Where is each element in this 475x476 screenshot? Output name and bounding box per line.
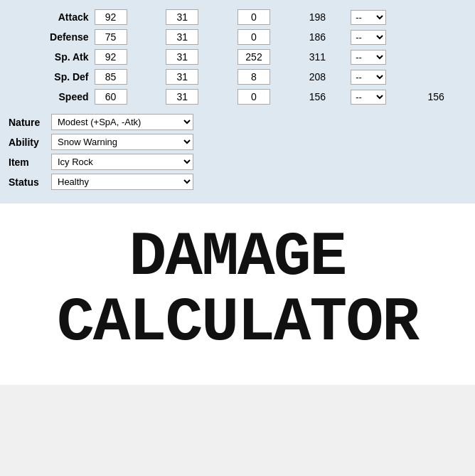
stat-label-attack: Attack	[9, 7, 92, 27]
ability-row: Ability Snow WarningSnow CloakSoundproof…	[9, 134, 466, 150]
ability-label: Ability	[9, 137, 51, 148]
stat-ev-input[interactable]	[238, 89, 270, 105]
stat-total: 311	[306, 47, 348, 67]
stat-row: Defense186--+-	[9, 27, 466, 47]
stat-label-sp--def: Sp. Def	[9, 67, 92, 87]
stat-ev-input[interactable]	[238, 29, 270, 45]
stat-base-input[interactable]	[95, 89, 127, 105]
nature-select[interactable]: HardyLonelyBraveAdamantNaughtyBoldDocile…	[51, 114, 193, 130]
status-label: Status	[9, 176, 51, 188]
stat-iv-input[interactable]	[166, 89, 198, 105]
stat-ev-input[interactable]	[238, 69, 270, 85]
attrs-section: Nature HardyLonelyBraveAdamantNaughtyBol…	[9, 114, 466, 190]
stat-ev-input[interactable]	[238, 9, 270, 25]
nature-row: Nature HardyLonelyBraveAdamantNaughtyBol…	[9, 114, 466, 130]
stat-base-input[interactable]	[95, 9, 127, 25]
stat-row: Sp. Def208--+-	[9, 67, 466, 87]
stat-iv-input[interactable]	[166, 69, 198, 85]
nature-label: Nature	[9, 117, 51, 128]
stat-ev-input[interactable]	[238, 49, 270, 65]
stat-base-input[interactable]	[95, 69, 127, 85]
stat-nature-mod-select[interactable]: --+-	[351, 10, 386, 25]
bottom-section: DAMAGE CALCULATOR	[0, 203, 475, 385]
ability-select[interactable]: Snow WarningSnow CloakSoundproofIce Body	[51, 134, 193, 150]
status-select[interactable]: HealthyBurnedParalyzedPoisonedBadly Pois…	[51, 174, 193, 190]
stat-base-input[interactable]	[95, 29, 127, 45]
stat-label-defense: Defense	[9, 27, 92, 47]
title-line2: CALCULATOR	[57, 290, 418, 356]
stat-nature-mod-select[interactable]: --+-	[351, 50, 386, 65]
stat-total: 208	[306, 67, 348, 87]
stat-nature-mod-select[interactable]: --+-	[351, 90, 386, 105]
stat-base-input[interactable]	[95, 49, 127, 65]
stat-total: 198	[306, 7, 348, 27]
stat-label-sp--atk: Sp. Atk	[9, 47, 92, 67]
stat-nature-mod-select[interactable]: --+-	[351, 70, 386, 85]
status-row: Status HealthyBurnedParalyzedPoisonedBad…	[9, 174, 466, 190]
stat-iv-input[interactable]	[166, 49, 198, 65]
stat-iv-input[interactable]	[166, 29, 198, 45]
stat-extra-value: 156	[425, 87, 466, 107]
stat-total: 156	[306, 87, 348, 107]
item-select[interactable]: NoneIcy RockChoice SpecsChoice ScarfLife…	[51, 154, 193, 170]
item-label: Item	[9, 157, 51, 168]
stat-row: Speed156--+-156	[9, 87, 466, 107]
stat-total: 186	[306, 27, 348, 47]
top-section: Attack198--+-Defense186--+-Sp. Atk311--+…	[0, 0, 475, 203]
item-row: Item NoneIcy RockChoice SpecsChoice Scar…	[9, 154, 466, 170]
stat-label-speed: Speed	[9, 87, 92, 107]
title-line1: DAMAGE	[57, 225, 418, 290]
damage-calculator-title: DAMAGE CALCULATOR	[57, 225, 418, 356]
stat-row: Attack198--+-	[9, 7, 466, 27]
stat-row: Sp. Atk311--+-	[9, 47, 466, 67]
stats-table: Attack198--+-Defense186--+-Sp. Atk311--+…	[9, 7, 466, 107]
stat-nature-mod-select[interactable]: --+-	[351, 30, 386, 45]
stat-iv-input[interactable]	[166, 9, 198, 25]
